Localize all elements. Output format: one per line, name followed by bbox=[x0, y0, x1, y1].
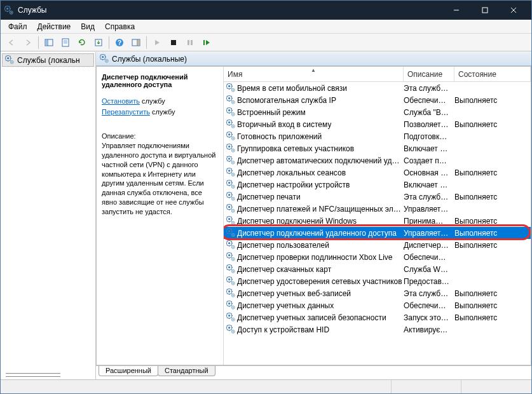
tree-root-label: Службы (локальн bbox=[17, 56, 80, 65]
service-name: Диспетчер скачанных карт bbox=[237, 265, 331, 274]
toolbar: ? bbox=[1, 34, 531, 51]
gear-icon bbox=[226, 119, 236, 129]
service-description: Управляет… bbox=[404, 205, 454, 214]
service-row[interactable]: Готовность приложенийПодготовк… bbox=[224, 130, 531, 142]
service-description: Позволяет… bbox=[404, 120, 454, 129]
service-name: Диспетчер проверки подлинности Xbox Live bbox=[237, 253, 393, 262]
svg-rect-28 bbox=[138, 40, 139, 45]
titlebar: Службы bbox=[1, 1, 531, 20]
gear-icon bbox=[226, 107, 236, 117]
gear-icon bbox=[226, 240, 236, 250]
status-cell bbox=[392, 380, 461, 393]
service-description: Обеспечи… bbox=[404, 96, 454, 105]
tab-extended[interactable]: Расширенный bbox=[99, 366, 158, 376]
maximize-button[interactable] bbox=[470, 1, 499, 20]
service-row[interactable]: Диспетчер скачанных картСлужба W… bbox=[224, 263, 531, 275]
service-row[interactable]: Диспетчер учетных данныхОбеспечи…Выполня… bbox=[224, 299, 531, 311]
service-state: Выполняетс bbox=[454, 301, 531, 310]
svg-text:?: ? bbox=[118, 39, 121, 46]
body: Службы (локальн Службы (локальные) Диспе… bbox=[1, 51, 531, 379]
column-header-description[interactable]: Описание bbox=[404, 67, 454, 81]
service-description: Служба W… bbox=[404, 265, 454, 274]
start-service-button[interactable] bbox=[149, 35, 165, 50]
status-cell bbox=[1, 380, 392, 393]
close-button[interactable] bbox=[499, 1, 528, 20]
gear-icon bbox=[226, 144, 236, 153]
minimize-button[interactable] bbox=[442, 1, 470, 20]
action-pane-toggle-button[interactable] bbox=[128, 35, 144, 50]
description-text: Управляет подключениями удаленного досту… bbox=[102, 141, 218, 217]
restart-service-button[interactable] bbox=[199, 35, 214, 50]
stop-service-link[interactable]: Остановить bbox=[102, 97, 140, 105]
service-description: Подготовк… bbox=[404, 132, 454, 141]
service-row[interactable]: Группировка сетевых участниковВключает … bbox=[224, 142, 531, 154]
service-row[interactable]: Время в сети мобильной связиЭта служб… bbox=[224, 82, 531, 94]
service-row[interactable]: Диспетчер автоматических подключений уда… bbox=[224, 154, 531, 166]
refresh-button[interactable] bbox=[74, 35, 90, 50]
tree-root-services[interactable]: Службы (локальн bbox=[2, 53, 94, 67]
service-name: Группировка сетевых участников bbox=[237, 144, 354, 153]
properties-button[interactable] bbox=[58, 35, 73, 50]
service-name: Вторичный вход в систему bbox=[237, 120, 331, 129]
service-description: Запуск это… bbox=[404, 313, 454, 322]
service-row[interactable]: Диспетчер локальных сеансовОсновная …Вып… bbox=[224, 166, 531, 179]
gear-icon bbox=[226, 228, 236, 238]
gear-icon bbox=[226, 204, 236, 214]
service-row[interactable]: Диспетчер учетных веб-записейЭта служб…В… bbox=[224, 287, 531, 299]
gear-icon bbox=[226, 264, 236, 274]
right-pane-body: Диспетчер подключений удаленного доступа… bbox=[96, 66, 531, 365]
service-name: Диспетчер подключений удаленного доступа bbox=[237, 229, 397, 238]
window-title: Службы bbox=[18, 6, 442, 15]
menu-action[interactable]: Действие bbox=[32, 21, 76, 32]
column-header-name[interactable]: ▲ Имя bbox=[224, 67, 404, 81]
service-detail-pane: Диспетчер подключений удаленного доступа… bbox=[97, 67, 224, 365]
service-row[interactable]: Встроенный режимСлужба "В… bbox=[224, 106, 531, 118]
app-icon bbox=[4, 5, 14, 15]
svg-rect-18 bbox=[46, 40, 47, 45]
splitter-handle[interactable] bbox=[6, 373, 60, 377]
service-state: Выполняетс bbox=[454, 229, 531, 238]
service-name: Диспетчер автоматических подключений уда… bbox=[237, 156, 404, 165]
service-description: Обеспечи… bbox=[404, 253, 454, 262]
service-row[interactable]: Диспетчер печатиЭта служб…Выполняетс bbox=[224, 191, 531, 203]
service-state: Выполняетс bbox=[454, 96, 531, 105]
description-label: Описание: bbox=[102, 132, 218, 140]
gear-icon bbox=[5, 55, 15, 65]
service-row[interactable]: Диспетчер настройки устройствВключает … bbox=[224, 179, 531, 191]
column-header-state[interactable]: Состояние bbox=[454, 67, 531, 81]
service-row[interactable]: Диспетчер проверки подлинности Xbox Live… bbox=[224, 251, 531, 263]
service-row[interactable]: Вторичный вход в системуПозволяет…Выполн… bbox=[224, 118, 531, 130]
restart-service-link[interactable]: Перезапустить bbox=[102, 108, 150, 116]
svg-rect-29 bbox=[171, 40, 176, 45]
service-state: Выполняетс bbox=[454, 241, 531, 250]
service-row[interactable]: Диспетчер подключений удаленного доступа… bbox=[224, 227, 531, 239]
service-row[interactable]: Диспетчер удостоверения сетевых участник… bbox=[224, 275, 531, 287]
service-description: Эта служб… bbox=[404, 193, 454, 201]
show-hide-tree-button[interactable] bbox=[41, 35, 57, 50]
service-row[interactable]: Диспетчер подключений WindowsПринима…Вып… bbox=[224, 215, 531, 227]
service-row[interactable]: Диспетчер платежей и NFC/защищенных эле…… bbox=[224, 203, 531, 215]
service-name: Диспетчер локальных сеансов bbox=[237, 168, 346, 177]
service-description: Активирує… bbox=[404, 325, 454, 334]
gear-icon bbox=[226, 252, 236, 262]
service-row[interactable]: Вспомогательная служба IPОбеспечи…Выполн… bbox=[224, 94, 531, 106]
right-pane-header: Службы (локальные) bbox=[96, 52, 531, 66]
menu-view[interactable]: Вид bbox=[76, 21, 100, 32]
tab-standard[interactable]: Стандартный bbox=[158, 366, 215, 376]
nav-forward-button[interactable] bbox=[20, 35, 36, 50]
service-row[interactable]: Диспетчер пользователейДиспетчер…Выполня… bbox=[224, 239, 531, 251]
svg-rect-13 bbox=[482, 8, 488, 13]
help-button[interactable]: ? bbox=[112, 35, 127, 50]
nav-back-button[interactable] bbox=[4, 35, 19, 50]
service-row[interactable]: Диспетчер учетных записей безопасностиЗа… bbox=[224, 311, 531, 323]
pause-service-button[interactable] bbox=[182, 35, 198, 50]
stop-service-button[interactable] bbox=[166, 35, 181, 50]
export-list-button[interactable] bbox=[91, 35, 106, 50]
service-name: Готовность приложений bbox=[237, 132, 322, 141]
service-row[interactable]: Доступ к устройствам HIDАктивирує… bbox=[224, 323, 531, 336]
gear-icon bbox=[226, 168, 236, 177]
service-name: Диспетчер учетных веб-записей bbox=[237, 289, 351, 298]
menu-file[interactable]: Файл bbox=[3, 21, 32, 32]
menu-help[interactable]: Справка bbox=[100, 21, 140, 32]
list-rows[interactable]: Время в сети мобильной связиЭта служб…Вс… bbox=[224, 82, 531, 365]
